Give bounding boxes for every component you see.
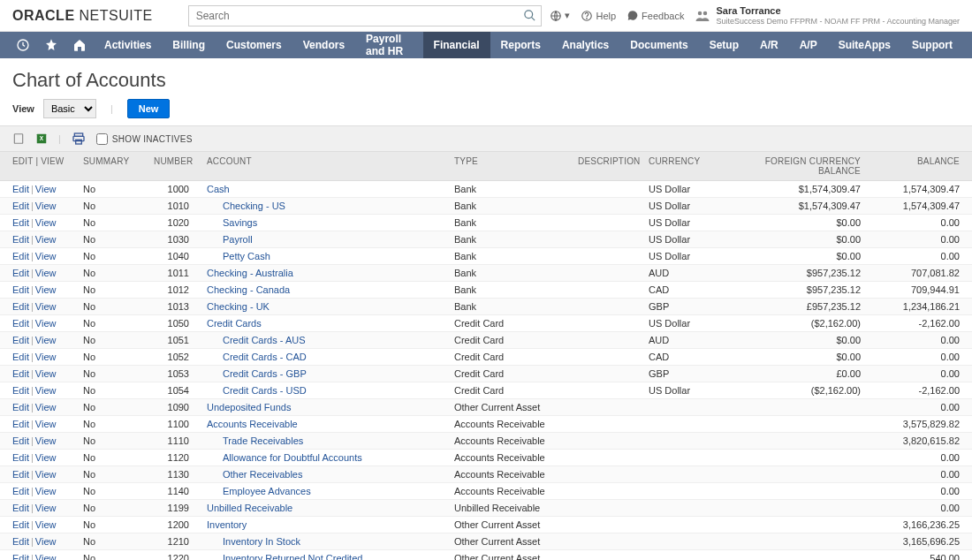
nav-item-billing[interactable]: Billing	[162, 32, 216, 58]
view-link[interactable]: View	[35, 519, 57, 530]
account-link[interactable]: Checking - US	[207, 201, 285, 211]
edit-link[interactable]: Edit	[12, 519, 29, 530]
edit-link[interactable]: Edit	[12, 301, 29, 312]
edit-link[interactable]: Edit	[12, 503, 29, 513]
account-link[interactable]: Petty Cash	[207, 251, 270, 261]
view-link[interactable]: View	[35, 217, 57, 228]
user-block[interactable]: Sara Torrance SuiteSuccess Demo FFPRM - …	[695, 5, 960, 26]
search-icon[interactable]	[523, 9, 536, 22]
account-link[interactable]: Employee Advances	[207, 486, 311, 496]
nav-item-customers[interactable]: Customers	[216, 32, 292, 58]
account-link[interactable]: Other Receivables	[207, 469, 303, 480]
view-link[interactable]: View	[35, 352, 57, 362]
home-icon[interactable]	[65, 38, 94, 52]
edit-link[interactable]: Edit	[12, 402, 29, 412]
account-link[interactable]: Savings	[207, 217, 257, 228]
view-link[interactable]: View	[35, 335, 57, 345]
nav-item-setup[interactable]: Setup	[699, 32, 749, 58]
edit-link[interactable]: Edit	[12, 268, 29, 278]
edit-link[interactable]: Edit	[12, 335, 29, 345]
view-link[interactable]: View	[35, 184, 57, 194]
edit-link[interactable]: Edit	[12, 486, 29, 496]
view-link[interactable]: View	[35, 435, 57, 446]
view-link[interactable]: View	[35, 251, 57, 261]
nav-item-payroll-and-hr[interactable]: Payroll and HR	[355, 32, 422, 58]
edit-link[interactable]: Edit	[12, 201, 29, 211]
account-link[interactable]: Trade Receivables	[207, 435, 303, 446]
account-link[interactable]: Cash	[207, 184, 230, 194]
view-link[interactable]: View	[35, 234, 57, 245]
edit-link[interactable]: Edit	[12, 435, 29, 446]
view-link[interactable]: View	[35, 419, 57, 429]
nav-item-analytics[interactable]: Analytics	[551, 32, 619, 58]
col-account-header[interactable]: ACCOUNT	[207, 156, 454, 176]
view-link[interactable]: View	[35, 503, 57, 513]
view-link[interactable]: View	[35, 268, 57, 278]
nav-item-support[interactable]: Support	[901, 32, 963, 58]
edit-link[interactable]: Edit	[12, 217, 29, 228]
view-link[interactable]: View	[35, 553, 57, 560]
col-fcb-header[interactable]: FOREIGN CURRENCY BALANCE	[737, 156, 861, 176]
view-link[interactable]: View	[35, 201, 57, 211]
nav-item-suiteapps[interactable]: SuiteApps	[828, 32, 901, 58]
view-link[interactable]: View	[35, 469, 57, 480]
excel-icon[interactable]: X	[35, 132, 48, 145]
account-link[interactable]: Checking - UK	[207, 301, 270, 312]
search-input[interactable]	[188, 5, 542, 26]
globe-icon[interactable]: ▾	[550, 10, 570, 22]
account-link[interactable]: Unbilled Receivable	[207, 503, 292, 513]
col-edit-header[interactable]: EDIT | VIEW	[12, 156, 83, 176]
col-desc-header[interactable]: DESCRIPTION	[578, 156, 649, 176]
show-inactives-checkbox[interactable]	[96, 133, 108, 145]
edit-link[interactable]: Edit	[12, 318, 29, 329]
view-link[interactable]: View	[35, 301, 57, 312]
account-link[interactable]: Checking - Canada	[207, 284, 290, 295]
view-link[interactable]: View	[35, 368, 57, 379]
help-link[interactable]: Help	[581, 10, 616, 22]
view-link[interactable]: View	[35, 536, 57, 547]
show-inactives-toggle[interactable]: SHOW INACTIVES	[96, 133, 193, 145]
col-currency-header[interactable]: CURRENCY	[649, 156, 737, 176]
view-select[interactable]: Basic	[43, 99, 96, 118]
view-link[interactable]: View	[35, 486, 57, 496]
nav-item-vendors[interactable]: Vendors	[292, 32, 355, 58]
new-button[interactable]: New	[127, 99, 171, 118]
account-link[interactable]: Credit Cards	[207, 318, 262, 329]
account-link[interactable]: Payroll	[207, 234, 253, 245]
nav-item-activities[interactable]: Activities	[94, 32, 162, 58]
account-link[interactable]: Inventory In Stock	[207, 536, 300, 547]
account-link[interactable]: Checking - Australia	[207, 268, 293, 278]
account-link[interactable]: Undeposited Funds	[207, 402, 291, 412]
nav-item-documents[interactable]: Documents	[619, 32, 698, 58]
edit-link[interactable]: Edit	[12, 419, 29, 429]
edit-link[interactable]: Edit	[12, 368, 29, 379]
view-link[interactable]: View	[35, 385, 57, 396]
print-icon[interactable]	[72, 132, 86, 146]
nav-item-financial[interactable]: Financial	[423, 32, 490, 58]
account-link[interactable]: Credit Cards - USD	[207, 385, 307, 396]
recent-icon[interactable]	[9, 38, 37, 52]
account-link[interactable]: Inventory	[207, 519, 247, 530]
edit-link[interactable]: Edit	[12, 452, 29, 463]
view-link[interactable]: View	[35, 318, 57, 329]
col-number-header[interactable]: NUMBER	[154, 156, 207, 176]
account-link[interactable]: Allowance for Doubtful Accounts	[207, 452, 362, 463]
col-summary-header[interactable]: SUMMARY	[83, 156, 154, 176]
edit-link[interactable]: Edit	[12, 284, 29, 295]
view-link[interactable]: View	[35, 402, 57, 412]
edit-link[interactable]: Edit	[12, 352, 29, 362]
edit-link[interactable]: Edit	[12, 184, 29, 194]
view-link[interactable]: View	[35, 284, 57, 295]
edit-link[interactable]: Edit	[12, 234, 29, 245]
export-icon[interactable]	[12, 132, 25, 145]
account-link[interactable]: Credit Cards - CAD	[207, 352, 307, 362]
feedback-link[interactable]: Feedback	[626, 10, 684, 22]
view-link[interactable]: View	[35, 452, 57, 463]
col-balance-header[interactable]: BALANCE	[862, 156, 960, 176]
edit-link[interactable]: Edit	[12, 469, 29, 480]
account-link[interactable]: Accounts Receivable	[207, 419, 298, 429]
edit-link[interactable]: Edit	[12, 553, 29, 560]
edit-link[interactable]: Edit	[12, 385, 29, 396]
nav-item-reports[interactable]: Reports	[490, 32, 551, 58]
account-link[interactable]: Inventory Returned Not Credited	[207, 553, 362, 560]
